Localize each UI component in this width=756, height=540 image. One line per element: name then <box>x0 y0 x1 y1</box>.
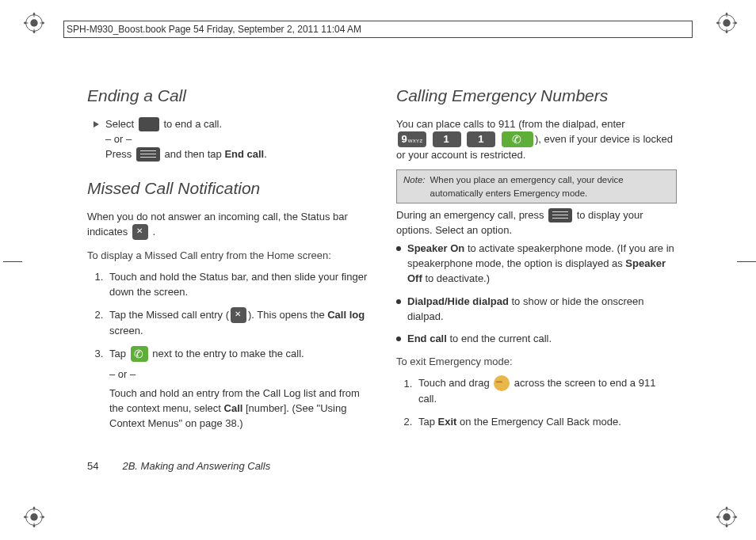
svg-point-4 <box>24 22 26 25</box>
exit-label: Exit <box>438 416 457 428</box>
svg-point-11 <box>735 22 737 25</box>
svg-point-8 <box>726 13 728 15</box>
note-label: Note: <box>403 173 426 200</box>
call-green-icon <box>131 346 148 362</box>
text: During an emergency call, press <box>396 209 547 221</box>
text: Tap the Missed call entry ( <box>109 309 229 321</box>
option-end-call: End call to end the current call. <box>396 332 677 347</box>
svg-point-17 <box>42 516 44 519</box>
text: When you do not answer an incoming call,… <box>87 211 348 238</box>
end-call-label: End call <box>407 333 447 344</box>
speaker-on-label: Speaker On <box>407 242 464 254</box>
end-call-drag-icon <box>494 375 510 391</box>
corner-ornament-icon <box>715 505 739 529</box>
call-log-label: Call log <box>327 309 365 321</box>
step-1: Touch and hold the Status bar, and then … <box>106 270 368 300</box>
missed-call-entry-icon <box>231 307 246 323</box>
text: screen. <box>109 325 143 337</box>
exit-step-1: Touch and drag across the screen to end … <box>415 376 677 407</box>
text: You can place calls to 911 (from the dia… <box>396 118 625 130</box>
svg-point-5 <box>42 22 44 25</box>
corner-ornament-icon <box>22 505 46 529</box>
text: Tap <box>109 348 129 359</box>
svg-point-3 <box>33 31 36 33</box>
svg-point-7 <box>723 19 730 26</box>
text: . <box>153 226 156 238</box>
corner-ornament-icon <box>715 11 739 35</box>
crop-mark-icon <box>3 261 22 262</box>
page-number: 54 <box>87 460 98 472</box>
exit-step-2: Tap Exit on the Emergency Call Back mode… <box>415 415 677 430</box>
print-header-text: SPH-M930_Boost.book Page 54 Friday, Sept… <box>67 24 361 35</box>
text: Select <box>105 118 137 130</box>
print-header: SPH-M930_Boost.book Page 54 Friday, Sept… <box>63 21 693 38</box>
page-footer: 54 2B. Making and Answering Calls <box>87 460 270 472</box>
note-box: Note: When you place an emergency call, … <box>396 169 677 203</box>
step-select-end: Select to end a call. – or – Press and t… <box>94 117 368 162</box>
dialpad-key-1-icon: 1 <box>467 131 495 147</box>
page-body: Ending a Call Select to end a call. – or… <box>87 79 677 485</box>
text: ). This opens the <box>248 309 327 321</box>
option-speaker: Speaker On to activate speakerphone mode… <box>396 241 677 287</box>
text: to end a call. <box>163 118 222 130</box>
heading-missed-call: Missed Call Notification <box>87 177 368 200</box>
svg-point-9 <box>726 31 728 33</box>
text: Touch and drag <box>418 378 492 390</box>
svg-point-14 <box>33 507 36 509</box>
emergency-intro: You can place calls to 911 (from the dia… <box>396 117 677 163</box>
svg-point-2 <box>33 13 36 15</box>
exit-steps: Touch and drag across the screen to end … <box>415 376 677 430</box>
svg-point-23 <box>735 516 737 519</box>
step-3: Tap next to the entry to make the call. … <box>106 347 368 432</box>
svg-point-22 <box>716 516 719 519</box>
chapter-title: 2B. Making and Answering Calls <box>122 460 270 472</box>
dialpad-toggle-label: Dialpad/Hide dialpad <box>407 295 509 307</box>
or-divider: – or – <box>109 367 368 382</box>
text: Press <box>105 148 135 160</box>
crop-mark-icon <box>737 261 756 262</box>
missed-steps: Touch and hold the Status bar, and then … <box>106 270 368 432</box>
svg-point-13 <box>30 513 37 520</box>
call-button-icon <box>502 131 533 147</box>
step-2: Tap the Missed call entry (). This opens… <box>106 308 368 339</box>
text: Touch and hold the Status bar, and then … <box>109 271 367 298</box>
menu-key-icon <box>548 208 572 222</box>
svg-point-19 <box>723 513 730 520</box>
text: and then tap <box>164 148 224 160</box>
missed-call-status-icon <box>132 224 148 240</box>
text: to deactivate.) <box>422 272 490 284</box>
menu-key-icon <box>136 147 160 162</box>
text: . <box>264 148 267 160</box>
svg-point-15 <box>33 525 36 527</box>
svg-point-21 <box>726 525 728 527</box>
triangle-bullet-icon <box>94 121 99 127</box>
text: next to the entry to make the call. <box>152 348 304 359</box>
heading-ending-call: Ending a Call <box>87 84 368 108</box>
svg-point-20 <box>726 507 728 509</box>
end-call-label: End call <box>224 148 264 160</box>
note-text: When you place an emergency call, your d… <box>430 173 670 200</box>
svg-point-1 <box>30 19 37 26</box>
corner-ornament-icon <box>22 11 46 35</box>
right-column: Calling Emergency Numbers You can place … <box>396 79 677 485</box>
or-divider: – or – <box>105 132 267 147</box>
dialpad-key-9-icon: 9WXYZ <box>398 131 426 147</box>
exit-subhead: To exit Emergency mode: <box>396 355 677 370</box>
text: on the Emergency Call Back mode. <box>456 416 620 428</box>
end-call-bar-icon <box>139 117 159 131</box>
text: Tap <box>418 416 438 428</box>
text: to end the current call. <box>447 333 552 344</box>
option-dialpad: Dialpad/Hide dialpad to show or hide the… <box>396 295 677 325</box>
heading-emergency: Calling Emergency Numbers <box>396 84 677 108</box>
missed-intro: When you do not answer an incoming call,… <box>87 210 368 241</box>
call-label: Call <box>224 402 243 414</box>
dialpad-key-1-icon: 1 <box>433 131 461 147</box>
svg-point-10 <box>716 22 719 25</box>
missed-subhead: To display a Missed Call entry from the … <box>87 249 368 264</box>
svg-point-16 <box>24 516 26 519</box>
left-column: Ending a Call Select to end a call. – or… <box>87 79 368 485</box>
emergency-options: Speaker On to activate speakerphone mode… <box>396 241 677 347</box>
emergency-options-intro: During an emergency call, press to displ… <box>396 208 677 238</box>
